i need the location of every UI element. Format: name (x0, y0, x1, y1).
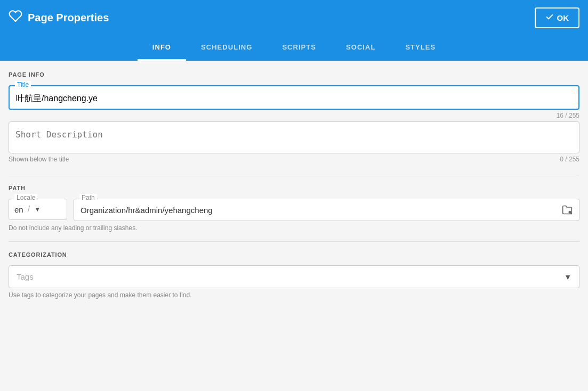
path-section: PATH Locale en / ▼ Path (9, 185, 579, 232)
tabs-bar: INFO SCHEDULING SCRIPTS SOCIAL STYLES (0, 35, 588, 61)
tab-social[interactable]: SOCIAL (331, 35, 390, 61)
page-info-label: PAGE INFO (9, 71, 579, 78)
short-description-hint: Shown below the title (9, 156, 69, 163)
ok-button[interactable]: OK (535, 7, 580, 28)
path-label: Path (79, 194, 97, 201)
locale-value: en (14, 205, 23, 214)
tab-scheduling[interactable]: SCHEDULING (186, 35, 267, 61)
browse-icon[interactable] (562, 205, 573, 215)
locale-label: Locale (14, 194, 37, 201)
path-section-label: PATH (9, 185, 579, 191)
path-row: Locale en / ▼ Path (9, 199, 579, 221)
path-group: Path (74, 199, 579, 221)
tags-group[interactable]: Tags ▼ (9, 265, 579, 288)
title-char-count: 16 / 255 (9, 112, 579, 119)
ok-label: OK (557, 13, 569, 22)
page-info-section: PAGE INFO Title 16 / 255 Shown below the… (9, 71, 579, 165)
checkmark-icon (545, 13, 554, 23)
content-area: PAGE INFO Title 16 / 255 Shown below the… (0, 61, 588, 391)
tags-chevron-icon[interactable]: ▼ (564, 273, 571, 281)
short-description-char-count: 0 / 255 (560, 156, 579, 163)
locale-separator: / (28, 205, 30, 214)
tab-styles[interactable]: STYLES (390, 35, 450, 61)
separator-2 (9, 241, 579, 242)
tags-placeholder: Tags (17, 272, 564, 281)
path-hint: Do not include any leading or trailing s… (9, 224, 579, 232)
locale-inner: en / ▼ (9, 199, 67, 219)
short-description-input[interactable] (9, 122, 579, 151)
header-left: Page Properties (9, 9, 109, 26)
header: Page Properties OK (0, 0, 588, 35)
title-field-group: Title (9, 85, 579, 110)
tab-scripts[interactable]: SCRIPTS (267, 35, 331, 61)
separator-1 (9, 175, 579, 175)
title-label: Title (15, 81, 31, 88)
path-inner (74, 199, 579, 221)
tab-info[interactable]: INFO (138, 35, 186, 61)
categorization-section: CATEGORIZATION Tags ▼ Use tags to catego… (9, 251, 579, 299)
locale-group: Locale en / ▼ (9, 199, 67, 220)
tags-hint: Use tags to categorize your pages and ma… (9, 291, 579, 299)
locale-chevron-icon[interactable]: ▼ (34, 206, 41, 213)
short-description-field-group (9, 121, 579, 153)
title-input[interactable] (10, 86, 578, 109)
page-properties-icon (9, 9, 22, 26)
svg-line-1 (571, 213, 572, 214)
categorization-label: CATEGORIZATION (9, 251, 579, 258)
path-input[interactable] (80, 206, 562, 215)
header-title: Page Properties (28, 12, 109, 24)
